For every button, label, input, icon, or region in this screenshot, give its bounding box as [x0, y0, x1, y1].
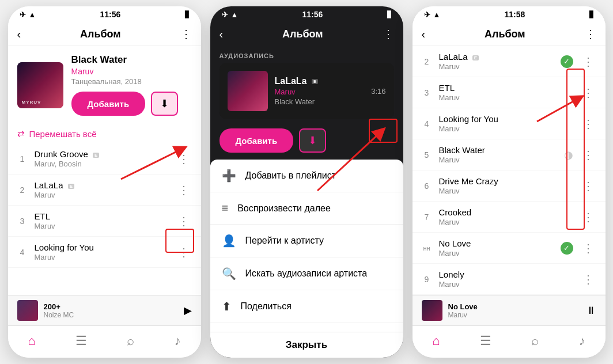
- mini-art-3: [422, 300, 442, 321]
- audio-album-2: Black Water: [275, 97, 365, 106]
- page-title-1: Альбом: [80, 28, 121, 40]
- airplane-icon-3: ✈: [424, 10, 430, 19]
- menu-share[interactable]: ⬆ Поделиться: [210, 290, 403, 323]
- wifi-icon: ▲: [29, 10, 36, 19]
- status-bar-2: ✈ ▲ 11:56 ▊: [210, 6, 403, 22]
- mini-play-1[interactable]: ▶: [184, 304, 192, 317]
- nav-home-3[interactable]: ⌂: [432, 333, 440, 348]
- battery-icon: ▊: [185, 11, 190, 18]
- track-item-1-1: 1 Drunk Groove E Maruv, Boosin ⋮: [8, 143, 201, 175]
- more-button-3[interactable]: ⋮: [585, 27, 596, 41]
- airplane-icon: ✈: [20, 10, 26, 19]
- track-list-1: 1 Drunk Groove E Maruv, Boosin ⋮ 2 LaLaL…: [8, 143, 201, 295]
- album-name-1: Black Water: [71, 54, 192, 66]
- track-more-3-2[interactable]: ⋮: [580, 86, 596, 100]
- more-button-1[interactable]: ⋮: [180, 27, 192, 41]
- mini-art-1: [17, 300, 38, 321]
- track-item-3-6: 7 Crooked Maruv ⋮: [413, 202, 606, 233]
- track-item-3-7: нн No Love Maruv ✓ ⋮: [413, 233, 606, 264]
- shuffle-icon: ⇄: [17, 128, 25, 139]
- track-more-3-5[interactable]: ⋮: [580, 179, 596, 193]
- status-time-2: 11:56: [302, 10, 323, 19]
- nav-music-1[interactable]: ♪: [175, 333, 181, 348]
- status-time-1: 11:56: [100, 10, 121, 19]
- menu-go-artist[interactable]: 👤 Перейти к артисту: [210, 225, 403, 257]
- track-item-1-3: 3 ETL Maruv ⋮: [8, 206, 201, 237]
- downloaded-badge-1: ✓: [561, 55, 573, 68]
- close-bar-2: Закрыть: [210, 332, 403, 358]
- mini-player-1[interactable]: 200+ Noize MC ▶: [8, 295, 201, 325]
- track-more-1-4[interactable]: ⋮: [176, 245, 192, 259]
- audio-artist-2: Maruv: [275, 88, 365, 96]
- track-more-1-1[interactable]: ⋮: [176, 152, 192, 166]
- mini-pause-3[interactable]: ⏸: [586, 305, 596, 317]
- album-genre-1: Танцевальная, 2018: [71, 77, 192, 86]
- play-next-icon: ≡: [222, 202, 229, 215]
- album-info-1: MYRUV Black Water Maruv Танцевальная, 20…: [8, 46, 201, 124]
- artist-icon: 👤: [222, 234, 236, 248]
- add-button-1[interactable]: Добавить: [71, 92, 146, 116]
- status-right-icons: ▊: [185, 11, 190, 18]
- add-playlist-icon: ➕: [222, 169, 236, 183]
- track-item-3-1: 2 LaLaLa E Maruv ✓ ⋮: [413, 46, 606, 77]
- menu-add-playlist[interactable]: ➕ Добавить в плейлист: [210, 160, 403, 192]
- track-more-3-1[interactable]: ⋮: [580, 55, 596, 69]
- mini-title-1: 200+: [44, 302, 178, 311]
- track-list-3: 2 LaLaLa E Maruv ✓ ⋮ 3 ETL Maruv ⋮: [413, 46, 606, 295]
- header-3: ‹ Альбом ⋮: [413, 22, 606, 46]
- back-button-3[interactable]: ‹: [422, 28, 426, 41]
- track-more-3-4[interactable]: ⋮: [580, 148, 596, 162]
- more-button-2[interactable]: ⋮: [383, 27, 394, 41]
- header-1: ‹ Альбом ⋮: [8, 22, 201, 46]
- back-button-2[interactable]: ‹: [220, 28, 224, 41]
- track-item-3-4: 5 Black Water Maruv ◑ ⋮: [413, 139, 606, 170]
- battery-icon-3: ▊: [589, 11, 594, 18]
- mini-artist-1: Noize MC: [44, 311, 178, 319]
- menu-search-artist[interactable]: 🔍 Искать аудиозаписи артиста: [210, 257, 403, 290]
- track-item-1-2: 2 LaLaLa E Maruv ⋮: [8, 175, 201, 206]
- track-more-3-3[interactable]: ⋮: [580, 117, 596, 131]
- nav-search-3[interactable]: ⌕: [531, 333, 539, 348]
- phone-1: ✈ ▲ 11:56 ▊ ‹ Альбом ⋮ MYRUV: [6, 6, 203, 358]
- nav-search-1[interactable]: ⌕: [127, 333, 134, 348]
- download-button-2[interactable]: ⬇: [299, 128, 326, 153]
- download-button-1[interactable]: ⬇: [151, 92, 178, 116]
- bottom-nav-1: ⌂ ☰ ⌕ ♪: [8, 325, 201, 358]
- track-more-3-6[interactable]: ⋮: [580, 210, 596, 224]
- menu-list-2: ➕ Добавить в плейлист ≡ Воспроизвести да…: [210, 160, 403, 332]
- back-button-1[interactable]: ‹: [17, 28, 21, 41]
- page-title-2: Альбом: [282, 28, 323, 40]
- track-item-1-4: 4 Looking for You Maruv ⋮: [8, 237, 201, 268]
- close-button-2[interactable]: Закрыть: [286, 339, 327, 351]
- audio-actions-2: Добавить ⬇: [210, 124, 403, 155]
- shuffle-button-1[interactable]: ⇄ Перемешать всё: [8, 124, 201, 143]
- track-item-3-5: 6 Drive Me Crazy Maruv ⋮: [413, 170, 606, 202]
- status-bar-1: ✈ ▲ 11:56 ▊: [8, 6, 201, 22]
- wifi-icon-2: ▲: [231, 10, 239, 19]
- nav-home-1[interactable]: ⌂: [28, 333, 35, 348]
- add-button-2[interactable]: Добавить: [220, 128, 294, 153]
- phone-3: ✈ ▲ 11:58 ▊ ‹ Альбом ⋮ 2 LaL: [410, 6, 608, 358]
- track-more-3-8[interactable]: ⋮: [580, 272, 596, 286]
- album-details-1: Black Water Maruv Танцевальная, 2018 Доб…: [71, 54, 192, 116]
- search-icon-2: 🔍: [222, 267, 236, 280]
- nav-music-3[interactable]: ♪: [579, 333, 585, 348]
- phone-screen-3: ✈ ▲ 11:58 ▊ ‹ Альбом ⋮ 2 LaL: [413, 6, 606, 358]
- audio-card-2: LaLaLa E Maruv Black Water 3:16: [220, 63, 394, 119]
- status-time-3: 11:58: [505, 10, 525, 19]
- phone-screen-1: ✈ ▲ 11:56 ▊ ‹ Альбом ⋮ MYRUV: [8, 6, 201, 358]
- mini-player-3[interactable]: No Love Maruv ⏸: [413, 295, 606, 325]
- track-more-1-3[interactable]: ⋮: [176, 214, 192, 228]
- track-more-1-2[interactable]: ⋮: [176, 183, 192, 197]
- phone-screen-2: ✈ ▲ 11:56 ▊ ‹ Альбом ⋮ АУДИОЗАПИСЬ LaL: [210, 6, 403, 358]
- battery-icon-2: ▊: [387, 11, 392, 18]
- album-art-1: MYRUV: [17, 62, 63, 108]
- audio-art-2: [228, 71, 268, 111]
- bottom-nav-3: ⌂ ☰ ⌕ ♪: [413, 325, 606, 358]
- nav-list-3[interactable]: ☰: [480, 333, 491, 348]
- menu-play-next[interactable]: ≡ Воспроизвести далее: [210, 192, 403, 225]
- track-item-3-8: 9 Lonely Maruv ⋮: [413, 264, 606, 295]
- airplane-icon-2: ✈: [222, 10, 228, 19]
- nav-list-1[interactable]: ☰: [75, 333, 87, 348]
- track-more-3-7[interactable]: ⋮: [580, 241, 596, 255]
